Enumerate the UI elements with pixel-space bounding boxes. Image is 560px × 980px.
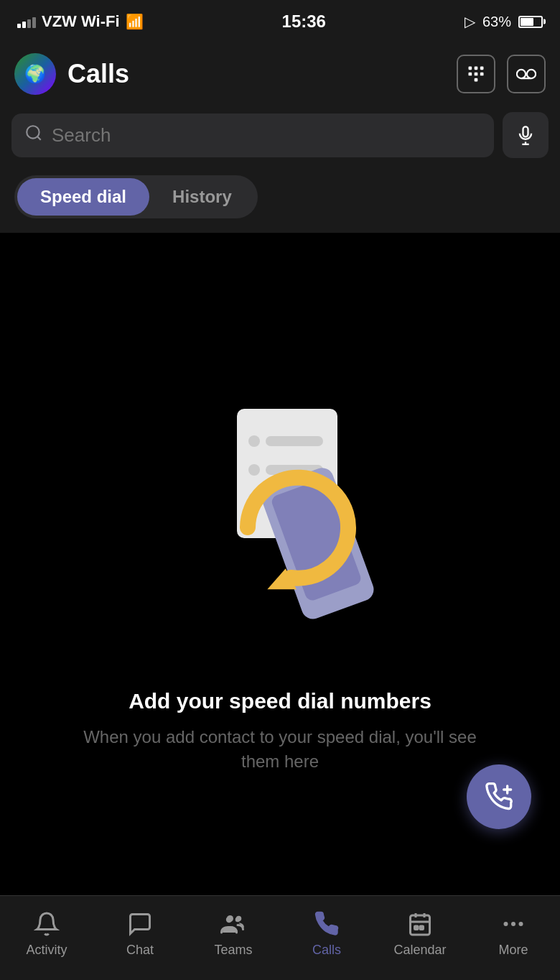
time-label: 15:36 [282, 11, 326, 32]
svg-point-18 [248, 464, 260, 476]
calendar-nav-label: Calendar [393, 943, 446, 958]
activity-nav-icon [32, 910, 61, 938]
svg-rect-4 [475, 73, 478, 76]
svg-point-7 [517, 70, 526, 78]
chat-nav-icon [126, 910, 154, 938]
search-input-wrap[interactable] [11, 114, 494, 157]
svg-line-11 [37, 137, 41, 140]
wifi-icon: 📶 [126, 13, 144, 30]
voicemail-icon [516, 67, 536, 81]
divider [0, 233, 560, 239]
battery-icon [518, 16, 543, 28]
phone-plus-icon [485, 782, 513, 811]
add-call-fab[interactable] [467, 764, 531, 829]
nav-item-activity[interactable]: Activity [11, 910, 83, 958]
bottom-nav: Activity Chat Teams [0, 895, 560, 980]
svg-point-38 [504, 922, 508, 926]
teams-nav-icon [219, 910, 248, 938]
search-icon [24, 124, 43, 147]
mic-button[interactable] [503, 112, 549, 158]
signal-icon [17, 15, 36, 28]
svg-point-10 [27, 126, 39, 138]
activity-nav-label: Activity [26, 943, 67, 958]
more-nav-label: More [498, 943, 528, 958]
svg-point-40 [519, 922, 523, 926]
nav-item-calls[interactable]: Calls [291, 910, 363, 958]
calls-nav-label: Calls [312, 943, 341, 958]
battery-pct-label: 63% [482, 14, 511, 30]
chat-nav-label: Chat [126, 943, 154, 958]
empty-state-subtitle: When you add contact to your speed dial,… [79, 725, 481, 773]
svg-point-31 [235, 917, 241, 923]
nav-item-more[interactable]: More [477, 910, 549, 958]
mic-icon [515, 125, 536, 145]
svg-rect-36 [415, 926, 419, 930]
carrier-label: VZW Wi-Fi [42, 12, 120, 31]
svg-rect-32 [411, 915, 430, 935]
calls-nav-icon [312, 910, 341, 938]
svg-point-30 [226, 917, 232, 923]
svg-rect-0 [469, 67, 472, 70]
page-title: Calls [67, 59, 129, 89]
empty-state-title: Add your speed dial numbers [129, 689, 431, 713]
avatar-emoji: 🌍 [24, 64, 46, 84]
empty-illustration [179, 387, 381, 660]
calendar-nav-icon [406, 910, 434, 938]
nav-item-chat[interactable]: Chat [104, 910, 176, 958]
avatar[interactable]: 🌍 [14, 53, 56, 95]
status-bar: VZW Wi-Fi 📶 15:36 ▷ 63% [0, 0, 560, 43]
tab-history[interactable]: History [149, 178, 255, 216]
dialpad-button[interactable] [457, 55, 495, 93]
location-icon: ▷ [465, 13, 475, 30]
svg-rect-12 [523, 126, 528, 137]
svg-rect-6 [475, 78, 478, 82]
main-content: Add your speed dial numbers When you add… [0, 239, 560, 923]
header: 🌍 Calls [0, 43, 560, 106]
dialpad-icon [466, 64, 486, 84]
header-left: 🌍 Calls [14, 53, 129, 95]
svg-rect-2 [480, 67, 484, 70]
svg-rect-37 [420, 926, 424, 930]
header-icons [457, 55, 546, 93]
search-input[interactable] [52, 124, 481, 147]
nav-item-teams[interactable]: Teams [197, 910, 269, 958]
nav-item-calendar[interactable]: Calendar [384, 910, 456, 958]
svg-point-16 [248, 435, 260, 447]
status-left: VZW Wi-Fi 📶 [17, 12, 144, 31]
svg-point-39 [511, 922, 515, 926]
svg-point-8 [527, 70, 536, 78]
svg-rect-3 [469, 73, 472, 76]
tabs-wrap: Speed dial History [14, 175, 258, 218]
voicemail-button[interactable] [507, 55, 546, 93]
teams-nav-label: Teams [214, 943, 252, 958]
svg-rect-17 [266, 436, 323, 446]
tab-speed-dial[interactable]: Speed dial [17, 178, 149, 216]
tabs-container: Speed dial History [0, 170, 560, 233]
svg-rect-5 [480, 73, 484, 76]
svg-rect-1 [475, 67, 478, 70]
more-nav-icon [499, 910, 528, 938]
search-container [0, 106, 560, 170]
status-right: ▷ 63% [465, 13, 543, 30]
